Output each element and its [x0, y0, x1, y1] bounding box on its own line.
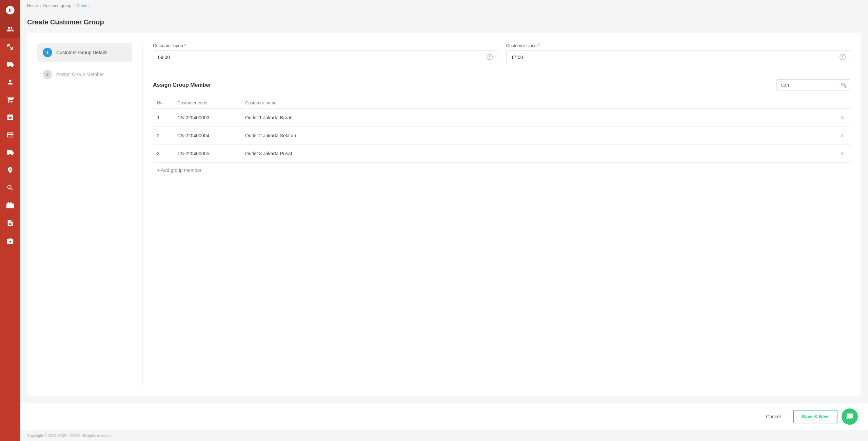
step-2[interactable]: 2 Assign Group Member: [37, 65, 132, 84]
step-2-label: Assign Group Member: [56, 72, 104, 77]
customer-close-group: Customer close* 17:00 🕐: [506, 43, 851, 64]
step-1-label: Customer Group Details: [56, 50, 107, 55]
sidebar-item-orders[interactable]: [0, 108, 20, 126]
remove-member-button[interactable]: ✕: [837, 149, 847, 158]
remove-member-button[interactable]: ✕: [837, 132, 847, 140]
table-header-row: No Customer code Customer name: [153, 98, 851, 108]
sidebar-item-location[interactable]: [0, 161, 20, 179]
breadcrumb-sep-2: ›: [73, 4, 74, 8]
step-1[interactable]: 1 Customer Group Details ›: [37, 43, 132, 62]
content-card: 1 Customer Group Details › 2 Assign Grou…: [27, 33, 861, 396]
customer-open-group: Customer open* 09:00 🕐: [153, 43, 498, 64]
sidebar-item-products[interactable]: [0, 38, 20, 56]
breadcrumb: Home › Customergroup › Create: [20, 0, 868, 12]
main-content: Home › Customergroup › Create Create Cus…: [20, 0, 868, 441]
customer-open-label: Customer open*: [153, 43, 498, 48]
clock-icon-close: 🕐: [839, 54, 846, 60]
col-header-code: Customer code: [173, 98, 241, 108]
breadcrumb-parent[interactable]: Customergroup: [43, 3, 71, 8]
row-action: ✕: [833, 127, 851, 145]
sidebar-logo: [0, 0, 20, 20]
row-no: 1: [153, 108, 173, 127]
sidebar-item-gifts[interactable]: [0, 197, 20, 214]
sidebar-item-cart[interactable]: [0, 91, 20, 108]
customer-close-label: Customer close*: [506, 43, 851, 48]
assign-section-header: Assign Group Member 🔍: [153, 79, 851, 91]
form-divider: [153, 71, 851, 71]
add-member-button[interactable]: + Add group member: [153, 163, 205, 178]
remove-member-button[interactable]: ✕: [837, 114, 847, 122]
sidebar-item-customers[interactable]: [0, 20, 20, 38]
col-header-no: No: [153, 98, 173, 108]
sidebar-item-analytics[interactable]: [0, 179, 20, 197]
open-required: *: [184, 43, 186, 48]
customer-close-value: 17:00: [511, 55, 523, 60]
footer-bar: Cancel Save & New: [20, 403, 868, 430]
customer-open-value: 09:00: [158, 55, 170, 60]
step-1-number: 1: [43, 48, 52, 57]
breadcrumb-home[interactable]: Home: [27, 3, 38, 8]
breadcrumb-current: Create: [76, 3, 88, 8]
breadcrumb-sep-1: ›: [40, 4, 41, 8]
search-box[interactable]: 🔍: [776, 79, 851, 91]
row-name: Outlet 3 Jakarta Pusat: [241, 145, 833, 163]
row-name: Outlet 2 Jakarta Selatan: [241, 127, 833, 145]
row-action: ✕: [833, 145, 851, 163]
table-row: 2 CS-220400004 Outlet 2 Jakarta Selatan …: [153, 127, 851, 145]
row-code: CS-220400004: [173, 127, 241, 145]
row-action: ✕: [833, 108, 851, 127]
sidebar-item-payment[interactable]: [0, 126, 20, 144]
step-2-number: 2: [43, 69, 52, 79]
copyright: Copyright © 2023 SIMPLIDOTS. All rights …: [20, 430, 868, 441]
search-input[interactable]: [781, 83, 838, 88]
page-container: Create Customer Group 1 Customer Group D…: [20, 12, 868, 403]
row-name: Outlet 1 Jakarta Barat: [241, 108, 833, 127]
sidebar-item-delivery[interactable]: [0, 144, 20, 161]
member-table: No Customer code Customer name 1 CS-2204…: [153, 98, 851, 163]
row-no: 2: [153, 127, 173, 145]
row-no: 3: [153, 145, 173, 163]
close-required: *: [538, 43, 539, 48]
step-1-arrow: ›: [125, 50, 127, 55]
table-row: 1 CS-220400003 Outlet 1 Jakarta Barat ✕: [153, 108, 851, 127]
save-new-button[interactable]: Save & New: [793, 410, 837, 423]
time-fields-row: Customer open* 09:00 🕐 Customer close* 1…: [153, 43, 851, 64]
cancel-button[interactable]: Cancel: [758, 410, 789, 423]
sidebar-item-person[interactable]: [0, 73, 20, 91]
steps-panel: 1 Customer Group Details › 2 Assign Grou…: [37, 43, 132, 386]
col-header-action: [833, 98, 851, 108]
customer-open-input[interactable]: 09:00 🕐: [153, 50, 498, 64]
assign-section-title: Assign Group Member: [153, 82, 211, 88]
col-header-name: Customer name: [241, 98, 833, 108]
sidebar-item-settings[interactable]: [0, 232, 20, 249]
customer-close-input[interactable]: 17:00 🕐: [506, 50, 851, 64]
sidebar-item-reports[interactable]: [0, 214, 20, 232]
table-row: 3 CS-220400005 Outlet 3 Jakarta Pusat ✕: [153, 145, 851, 163]
sidebar-item-warehouse[interactable]: [0, 56, 20, 73]
search-icon: 🔍: [841, 82, 847, 88]
chat-button[interactable]: [842, 408, 858, 425]
clock-icon-open: 🕐: [486, 54, 493, 60]
page-title: Create Customer Group: [27, 18, 861, 26]
form-panel: Customer open* 09:00 🕐 Customer close* 1…: [142, 43, 851, 386]
sidebar: [0, 0, 20, 441]
row-code: CS-220400003: [173, 108, 241, 127]
row-code: CS-220400005: [173, 145, 241, 163]
